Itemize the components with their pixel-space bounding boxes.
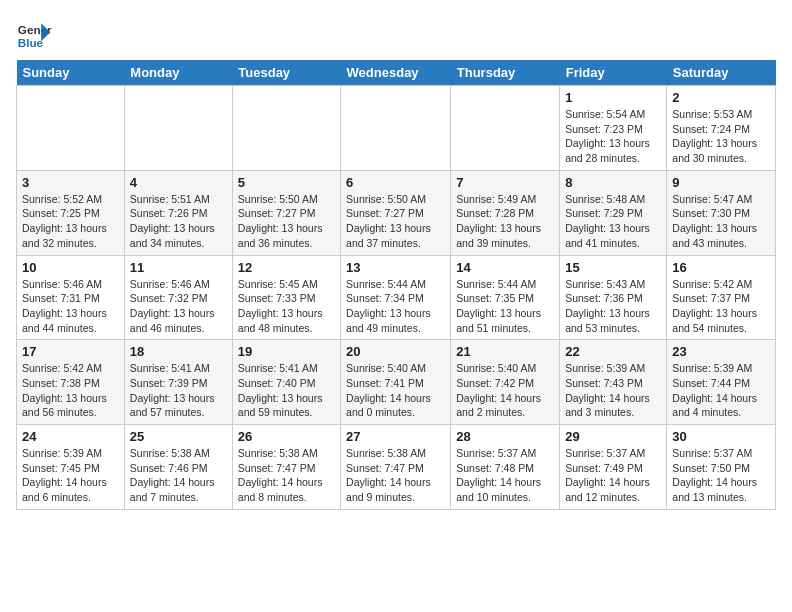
day-detail: Sunrise: 5:44 AM Sunset: 7:35 PM Dayligh…: [456, 277, 554, 336]
day-detail: Sunrise: 5:50 AM Sunset: 7:27 PM Dayligh…: [238, 192, 335, 251]
weekday-header-tuesday: Tuesday: [232, 60, 340, 86]
day-number: 20: [346, 344, 445, 359]
weekday-header-monday: Monday: [124, 60, 232, 86]
day-detail: Sunrise: 5:41 AM Sunset: 7:40 PM Dayligh…: [238, 361, 335, 420]
week-row-3: 10Sunrise: 5:46 AM Sunset: 7:31 PM Dayli…: [17, 255, 776, 340]
day-number: 15: [565, 260, 661, 275]
calendar-cell: 21Sunrise: 5:40 AM Sunset: 7:42 PM Dayli…: [451, 340, 560, 425]
day-number: 5: [238, 175, 335, 190]
day-detail: Sunrise: 5:38 AM Sunset: 7:47 PM Dayligh…: [238, 446, 335, 505]
logo: General Blue: [16, 16, 56, 52]
day-detail: Sunrise: 5:39 AM Sunset: 7:43 PM Dayligh…: [565, 361, 661, 420]
day-number: 17: [22, 344, 119, 359]
day-number: 9: [672, 175, 770, 190]
day-detail: Sunrise: 5:51 AM Sunset: 7:26 PM Dayligh…: [130, 192, 227, 251]
calendar-cell: 3Sunrise: 5:52 AM Sunset: 7:25 PM Daylig…: [17, 170, 125, 255]
header: General Blue: [16, 16, 776, 52]
day-detail: Sunrise: 5:49 AM Sunset: 7:28 PM Dayligh…: [456, 192, 554, 251]
day-number: 30: [672, 429, 770, 444]
calendar-cell: [124, 86, 232, 171]
calendar-cell: 23Sunrise: 5:39 AM Sunset: 7:44 PM Dayli…: [667, 340, 776, 425]
day-detail: Sunrise: 5:46 AM Sunset: 7:32 PM Dayligh…: [130, 277, 227, 336]
week-row-4: 17Sunrise: 5:42 AM Sunset: 7:38 PM Dayli…: [17, 340, 776, 425]
calendar-cell: 28Sunrise: 5:37 AM Sunset: 7:48 PM Dayli…: [451, 425, 560, 510]
weekday-header-wednesday: Wednesday: [341, 60, 451, 86]
day-number: 19: [238, 344, 335, 359]
week-row-1: 1Sunrise: 5:54 AM Sunset: 7:23 PM Daylig…: [17, 86, 776, 171]
day-detail: Sunrise: 5:54 AM Sunset: 7:23 PM Dayligh…: [565, 107, 661, 166]
calendar-cell: 10Sunrise: 5:46 AM Sunset: 7:31 PM Dayli…: [17, 255, 125, 340]
week-row-2: 3Sunrise: 5:52 AM Sunset: 7:25 PM Daylig…: [17, 170, 776, 255]
calendar-cell: 22Sunrise: 5:39 AM Sunset: 7:43 PM Dayli…: [560, 340, 667, 425]
day-number: 24: [22, 429, 119, 444]
calendar: SundayMondayTuesdayWednesdayThursdayFrid…: [16, 60, 776, 510]
day-number: 29: [565, 429, 661, 444]
day-number: 12: [238, 260, 335, 275]
calendar-cell: 9Sunrise: 5:47 AM Sunset: 7:30 PM Daylig…: [667, 170, 776, 255]
calendar-cell: 17Sunrise: 5:42 AM Sunset: 7:38 PM Dayli…: [17, 340, 125, 425]
day-detail: Sunrise: 5:52 AM Sunset: 7:25 PM Dayligh…: [22, 192, 119, 251]
day-number: 7: [456, 175, 554, 190]
calendar-cell: 16Sunrise: 5:42 AM Sunset: 7:37 PM Dayli…: [667, 255, 776, 340]
calendar-cell: 11Sunrise: 5:46 AM Sunset: 7:32 PM Dayli…: [124, 255, 232, 340]
day-detail: Sunrise: 5:45 AM Sunset: 7:33 PM Dayligh…: [238, 277, 335, 336]
logo-icon: General Blue: [16, 16, 52, 52]
week-row-5: 24Sunrise: 5:39 AM Sunset: 7:45 PM Dayli…: [17, 425, 776, 510]
weekday-header-sunday: Sunday: [17, 60, 125, 86]
calendar-cell: 6Sunrise: 5:50 AM Sunset: 7:27 PM Daylig…: [341, 170, 451, 255]
day-number: 2: [672, 90, 770, 105]
calendar-cell: 1Sunrise: 5:54 AM Sunset: 7:23 PM Daylig…: [560, 86, 667, 171]
day-detail: Sunrise: 5:50 AM Sunset: 7:27 PM Dayligh…: [346, 192, 445, 251]
day-detail: Sunrise: 5:44 AM Sunset: 7:34 PM Dayligh…: [346, 277, 445, 336]
day-detail: Sunrise: 5:39 AM Sunset: 7:45 PM Dayligh…: [22, 446, 119, 505]
calendar-cell: [341, 86, 451, 171]
day-detail: Sunrise: 5:41 AM Sunset: 7:39 PM Dayligh…: [130, 361, 227, 420]
calendar-cell: 2Sunrise: 5:53 AM Sunset: 7:24 PM Daylig…: [667, 86, 776, 171]
day-number: 18: [130, 344, 227, 359]
weekday-header-thursday: Thursday: [451, 60, 560, 86]
day-number: 25: [130, 429, 227, 444]
calendar-cell: 25Sunrise: 5:38 AM Sunset: 7:46 PM Dayli…: [124, 425, 232, 510]
day-number: 16: [672, 260, 770, 275]
calendar-cell: 27Sunrise: 5:38 AM Sunset: 7:47 PM Dayli…: [341, 425, 451, 510]
day-number: 11: [130, 260, 227, 275]
day-detail: Sunrise: 5:53 AM Sunset: 7:24 PM Dayligh…: [672, 107, 770, 166]
day-number: 4: [130, 175, 227, 190]
calendar-cell: [232, 86, 340, 171]
calendar-cell: 12Sunrise: 5:45 AM Sunset: 7:33 PM Dayli…: [232, 255, 340, 340]
day-detail: Sunrise: 5:40 AM Sunset: 7:41 PM Dayligh…: [346, 361, 445, 420]
day-number: 3: [22, 175, 119, 190]
day-detail: Sunrise: 5:38 AM Sunset: 7:47 PM Dayligh…: [346, 446, 445, 505]
day-number: 22: [565, 344, 661, 359]
day-detail: Sunrise: 5:42 AM Sunset: 7:37 PM Dayligh…: [672, 277, 770, 336]
day-detail: Sunrise: 5:46 AM Sunset: 7:31 PM Dayligh…: [22, 277, 119, 336]
day-number: 28: [456, 429, 554, 444]
weekday-header-row: SundayMondayTuesdayWednesdayThursdayFrid…: [17, 60, 776, 86]
calendar-cell: 13Sunrise: 5:44 AM Sunset: 7:34 PM Dayli…: [341, 255, 451, 340]
day-number: 14: [456, 260, 554, 275]
day-number: 26: [238, 429, 335, 444]
day-detail: Sunrise: 5:37 AM Sunset: 7:49 PM Dayligh…: [565, 446, 661, 505]
day-detail: Sunrise: 5:42 AM Sunset: 7:38 PM Dayligh…: [22, 361, 119, 420]
calendar-cell: 24Sunrise: 5:39 AM Sunset: 7:45 PM Dayli…: [17, 425, 125, 510]
calendar-cell: [17, 86, 125, 171]
day-number: 1: [565, 90, 661, 105]
day-number: 10: [22, 260, 119, 275]
calendar-cell: 15Sunrise: 5:43 AM Sunset: 7:36 PM Dayli…: [560, 255, 667, 340]
day-number: 27: [346, 429, 445, 444]
calendar-cell: 7Sunrise: 5:49 AM Sunset: 7:28 PM Daylig…: [451, 170, 560, 255]
calendar-cell: 8Sunrise: 5:48 AM Sunset: 7:29 PM Daylig…: [560, 170, 667, 255]
calendar-cell: [451, 86, 560, 171]
weekday-header-friday: Friday: [560, 60, 667, 86]
day-detail: Sunrise: 5:37 AM Sunset: 7:48 PM Dayligh…: [456, 446, 554, 505]
day-detail: Sunrise: 5:37 AM Sunset: 7:50 PM Dayligh…: [672, 446, 770, 505]
weekday-header-saturday: Saturday: [667, 60, 776, 86]
day-detail: Sunrise: 5:40 AM Sunset: 7:42 PM Dayligh…: [456, 361, 554, 420]
calendar-cell: 5Sunrise: 5:50 AM Sunset: 7:27 PM Daylig…: [232, 170, 340, 255]
day-number: 23: [672, 344, 770, 359]
day-number: 8: [565, 175, 661, 190]
calendar-cell: 18Sunrise: 5:41 AM Sunset: 7:39 PM Dayli…: [124, 340, 232, 425]
day-number: 6: [346, 175, 445, 190]
day-detail: Sunrise: 5:43 AM Sunset: 7:36 PM Dayligh…: [565, 277, 661, 336]
calendar-cell: 26Sunrise: 5:38 AM Sunset: 7:47 PM Dayli…: [232, 425, 340, 510]
